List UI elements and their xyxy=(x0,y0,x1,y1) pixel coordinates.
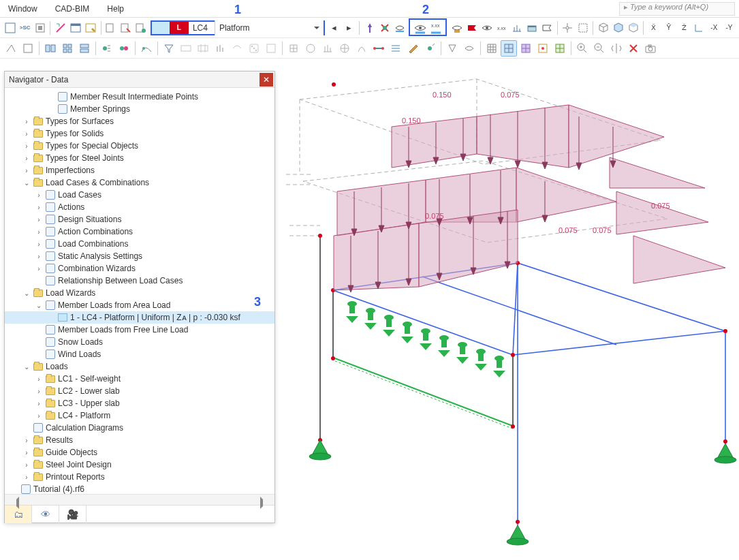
toolbar-icon[interactable] xyxy=(138,40,155,57)
expand-icon[interactable]: › xyxy=(35,265,43,273)
toolbar-icon[interactable] xyxy=(104,20,119,36)
tree-item[interactable]: ›Imperfections xyxy=(5,164,274,176)
tree-item[interactable]: ›Action Combinations xyxy=(5,225,274,238)
toolbar-icon[interactable] xyxy=(178,40,194,57)
tree-item[interactable]: ›Results xyxy=(5,434,274,446)
collapse-icon[interactable]: ⌄ xyxy=(22,179,31,187)
navigator-tree[interactable]: 3 Member Result Intermediate PointsMembe… xyxy=(5,88,274,494)
toolbar-icon[interactable] xyxy=(501,40,517,57)
axis-icon[interactable] xyxy=(692,20,706,36)
zoom-out-icon[interactable] xyxy=(591,40,608,57)
collapse-icon[interactable]: ⌄ xyxy=(22,290,31,297)
toolbar-icon[interactable] xyxy=(33,20,47,36)
toolbar-icon[interactable] xyxy=(59,40,76,57)
tree-item[interactable]: ›LC1 - Self-weight xyxy=(5,373,274,385)
toolbar-icon[interactable] xyxy=(302,40,319,57)
toolbar-icon[interactable] xyxy=(362,20,377,36)
tree-item[interactable]: ›Steel Joint Design xyxy=(5,458,274,471)
expand-icon[interactable]: › xyxy=(35,191,43,199)
tree-item[interactable]: ›Load Cases xyxy=(5,189,274,201)
grid-icon[interactable] xyxy=(484,40,500,57)
brush-icon[interactable] xyxy=(405,40,421,57)
tree-item[interactable]: ⌄Load Cases & Combinations xyxy=(5,176,274,189)
menu-help[interactable]: Help xyxy=(104,2,127,16)
tree-item[interactable]: ›Types for Special Objects xyxy=(5,140,274,152)
axis-y-icon[interactable]: Ŷ xyxy=(661,20,676,36)
prev-load-case-icon[interactable]: ◂ xyxy=(327,20,341,36)
toolbar-icon[interactable] xyxy=(76,40,93,57)
close-icon[interactable]: ✕ xyxy=(260,73,273,87)
expand-icon[interactable]: › xyxy=(35,228,43,236)
tree-item[interactable]: Relationship Between Load Cases xyxy=(5,275,274,287)
tree-item[interactable]: 1 - LC4 - Platform | Uniform | Zᴀ | p : … xyxy=(5,311,274,324)
navigator-tab-views-icon[interactable]: 🎥 xyxy=(59,505,87,523)
toolbar-icon[interactable] xyxy=(84,20,98,36)
iso-cube-icon[interactable] xyxy=(611,20,625,36)
toolbar-icon[interactable] xyxy=(119,20,133,36)
toolbar-icon[interactable] xyxy=(212,40,228,57)
toolbar-icon[interactable] xyxy=(116,40,132,57)
toolbar-icon[interactable] xyxy=(195,40,211,57)
toolbar-icon[interactable] xyxy=(53,20,67,36)
toolbar-icon[interactable] xyxy=(3,20,17,36)
menu-window[interactable]: Window xyxy=(5,2,40,16)
navigator-tab-display-icon[interactable]: 👁 xyxy=(32,505,59,523)
next-load-case-icon[interactable]: ▸ xyxy=(342,20,356,36)
toolbar-icon[interactable] xyxy=(353,40,370,57)
toolbar-icon[interactable] xyxy=(20,40,36,57)
toolbar-icon[interactable] xyxy=(42,40,59,57)
toolbar-icon[interactable] xyxy=(134,20,148,36)
expand-icon[interactable]: › xyxy=(35,253,43,260)
expand-icon[interactable]: › xyxy=(22,130,31,138)
tree-item[interactable]: Tutorial (4).rf6 xyxy=(5,483,274,494)
tree-item[interactable]: ›LC3 - Upper slab xyxy=(5,397,274,409)
navigator-header[interactable]: Navigator - Data ✕ xyxy=(5,72,274,88)
toolbar-icon[interactable] xyxy=(510,20,524,36)
keyword-search[interactable]: Type a keyword (Alt+Q) xyxy=(619,2,735,16)
toolbar-icon[interactable] xyxy=(540,20,554,36)
delete-icon[interactable] xyxy=(625,40,642,57)
expand-icon[interactable]: › xyxy=(22,118,31,125)
tree-item[interactable]: ›Printout Reports xyxy=(5,471,274,483)
expand-icon[interactable]: › xyxy=(35,204,43,211)
toolbar-icon[interactable] xyxy=(422,40,438,57)
toolbar-icon[interactable] xyxy=(561,20,575,36)
tree-item[interactable]: ›LC4 - Platform xyxy=(5,409,274,422)
iso-cube-icon[interactable] xyxy=(596,20,610,36)
expand-icon[interactable]: › xyxy=(22,142,31,150)
tree-item[interactable]: ›Combination Wizards xyxy=(5,262,274,275)
zoom-in-icon[interactable] xyxy=(574,40,591,57)
tree-item[interactable]: ›Load Combinations xyxy=(5,238,274,250)
toolbar-icon[interactable] xyxy=(68,20,82,36)
load-case-selector[interactable]: L LC4 Platform xyxy=(151,20,325,35)
tree-item[interactable]: ⌄Load Wizards xyxy=(5,287,274,299)
expand-icon[interactable]: › xyxy=(35,375,43,383)
toolbar-icon[interactable] xyxy=(392,20,407,36)
toolbar-icon[interactable] xyxy=(319,40,336,57)
tree-item[interactable]: ›Types for Surfaces xyxy=(5,115,274,127)
tree-item[interactable]: ›LC2 - Lower slab xyxy=(5,385,274,397)
tree-item[interactable]: ›Guide Objects xyxy=(5,446,274,458)
axis-x-icon[interactable]: X̂ xyxy=(646,20,661,36)
iso-cube-icon[interactable] xyxy=(626,20,640,36)
toolbar-icon[interactable] xyxy=(525,20,539,36)
menu-cad-bim[interactable]: CAD-BIM xyxy=(52,2,93,16)
show-load-values-icon[interactable]: x.xx xyxy=(428,20,443,36)
expand-icon[interactable]: › xyxy=(35,412,43,420)
toolbar-icon[interactable] xyxy=(336,40,353,57)
expand-icon[interactable]: › xyxy=(35,400,43,407)
toolbar-icon[interactable] xyxy=(229,40,245,57)
toolbar-icon[interactable] xyxy=(99,40,115,57)
toolbar-icon[interactable] xyxy=(450,20,464,36)
load-case-name-dropdown[interactable]: Platform xyxy=(215,20,324,35)
expand-icon[interactable]: › xyxy=(22,155,31,162)
toolbar-icon[interactable] xyxy=(461,40,477,57)
toolbar-icon[interactable] xyxy=(444,40,460,57)
show-loads-icon[interactable] xyxy=(413,20,428,36)
axis-x-neg-icon[interactable]: -X xyxy=(707,20,721,36)
tree-item[interactable]: Calculation Diagrams xyxy=(5,422,274,434)
tree-item[interactable]: Member Loads from Free Line Load xyxy=(5,324,274,336)
toolbar-icon[interactable] xyxy=(3,40,19,57)
mirror-icon[interactable] xyxy=(608,40,625,57)
expand-icon[interactable]: › xyxy=(35,388,43,395)
